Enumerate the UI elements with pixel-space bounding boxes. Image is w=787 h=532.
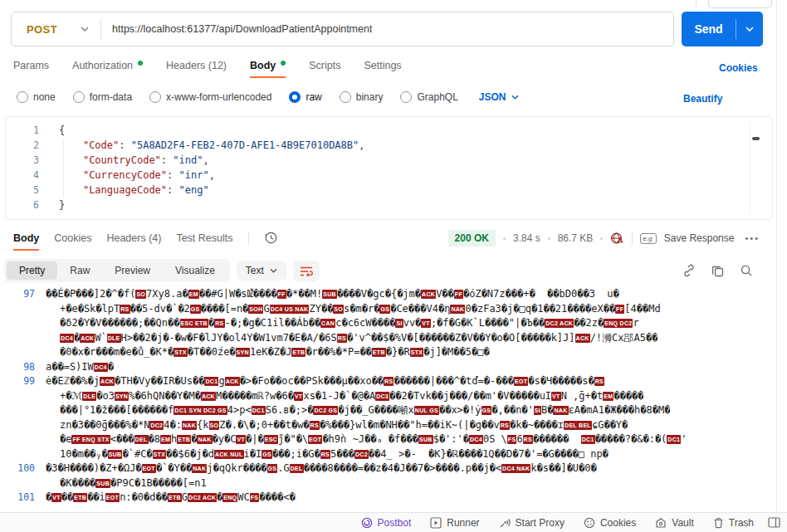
- radio-icon[interactable]: [289, 91, 301, 103]
- control-char-chip: VT: [51, 493, 61, 502]
- body-mode-none[interactable]: none: [17, 91, 56, 103]
- control-char-chip: RS: [523, 435, 533, 444]
- control-char-chip: EM: [160, 435, 171, 444]
- control-char-chip: EOT: [105, 493, 120, 502]
- line-number: [0, 345, 35, 360]
- radio-icon[interactable]: [17, 91, 28, 103]
- network-warning-icon[interactable]: [610, 232, 624, 245]
- response-view-segmented-control: PrettyRawPreviewVisualize: [4, 259, 230, 282]
- control-char-chip: NUL GS: [414, 406, 439, 415]
- response-tab-body[interactable]: Body: [13, 232, 39, 244]
- line-number: 2: [6, 138, 39, 153]
- control-char-chip: FF: [615, 305, 624, 314]
- history-icon[interactable]: [264, 231, 278, 245]
- panel-layout-icon[interactable]: [768, 517, 780, 528]
- code-text: {: [39, 123, 65, 138]
- footer-runner-button[interactable]: Runner: [430, 517, 479, 529]
- footer-vault-button[interactable]: Vault: [655, 517, 693, 529]
- link-icon[interactable]: [682, 264, 696, 277]
- chevron-down-icon[interactable]: [81, 27, 89, 32]
- response-format-select[interactable]: Text: [237, 261, 286, 281]
- line-number: [0, 331, 35, 346]
- radio-icon[interactable]: [73, 91, 85, 103]
- body-mode-graphql[interactable]: GraphQL: [400, 91, 457, 103]
- send-options-chevron-icon[interactable]: [736, 12, 763, 46]
- code-line: 6}: [6, 198, 772, 212]
- beautify-button[interactable]: Beautify: [683, 93, 722, 105]
- radio-icon[interactable]: [400, 91, 412, 103]
- control-char-chip: DC1: [204, 377, 218, 386]
- request-tab-scripts[interactable]: Scripts: [309, 60, 340, 71]
- footer-item-label: Start Proxy: [516, 517, 565, 529]
- control-char-chip: NAK: [192, 464, 207, 473]
- send-button[interactable]: Send: [682, 12, 763, 46]
- control-char-chip: SUB: [322, 290, 337, 299]
- body-mode-raw[interactable]: raw: [289, 91, 321, 103]
- response-line-text: zn�3��0ḡ���%�*NDC24�:NAK{kSOZ�.�\�;0+��t…: [35, 418, 628, 433]
- line-number: 5: [6, 183, 39, 198]
- view-tab-pretty[interactable]: Pretty: [7, 261, 57, 280]
- footer-start-proxy-button[interactable]: Start Proxy: [499, 517, 565, 529]
- response-tab-headers-4[interactable]: Headers (4): [106, 232, 161, 244]
- footer-trash-button[interactable]: Trash: [713, 517, 754, 529]
- control-char-chip: SUB: [95, 479, 110, 488]
- more-options-icon[interactable]: •••: [745, 233, 760, 243]
- response-line-text: �VT��ETB��iEOTn:�0�d��ETBGDC2 ACK�ENQWCF…: [35, 491, 296, 505]
- wrap-lines-button[interactable]: [293, 261, 320, 281]
- save-example-icon: e.g.: [640, 233, 656, 244]
- editor-scrollbar-thumb[interactable]: [752, 137, 760, 140]
- footer-cookies-button[interactable]: Cookies: [584, 517, 636, 529]
- request-tab-headers-12[interactable]: Headers (12): [166, 60, 227, 71]
- response-format-label: Text: [246, 265, 264, 276]
- view-tab-raw[interactable]: Raw: [57, 261, 102, 280]
- control-char-chip: DC4 NAK: [501, 464, 530, 473]
- control-char-chip: DC4: [469, 435, 483, 444]
- control-char-chip: FF: [277, 290, 286, 299]
- request-tab-settings[interactable]: Settings: [364, 60, 401, 71]
- view-tab-preview[interactable]: Preview: [102, 261, 163, 280]
- response-tab-test-results[interactable]: Test Results: [176, 232, 232, 244]
- request-tab-authorization[interactable]: Authorization: [72, 60, 143, 71]
- wrap-lines-icon: [300, 266, 313, 276]
- footer-item-label: Vault: [672, 517, 693, 529]
- response-tabs: BodyCookiesHeaders (4)Test Results: [13, 231, 278, 245]
- save-response-button[interactable]: Save Response: [664, 232, 735, 244]
- mode-label: binary: [356, 91, 384, 103]
- separator-dot: [548, 237, 550, 240]
- control-char-chip: NAK: [182, 421, 197, 430]
- request-body-editor[interactable]: 1{2 "Code": "5A8AD2F4-FEB2-407D-AFE1-4B9…: [5, 116, 773, 220]
- editor-scrollbar[interactable]: [750, 121, 761, 215]
- radio-icon[interactable]: [340, 91, 351, 103]
- line-number: 6: [6, 198, 39, 212]
- cookies-link[interactable]: Cookies: [719, 62, 758, 74]
- send-button-label[interactable]: Send: [682, 12, 736, 46]
- code-line: 3 "CountryCode": "ind",: [6, 153, 772, 168]
- line-number: [0, 476, 35, 491]
- response-body[interactable]: 97��É�P���]2�^�f(SO7Xy8.a�EM��#G|W�sǄ���…: [0, 287, 775, 512]
- unsaved-dot-icon: [138, 61, 143, 66]
- request-tab-body[interactable]: Body: [250, 60, 286, 71]
- control-char-chip: EM: [188, 290, 199, 299]
- url-input[interactable]: https://localhost:61377/api/DownloadPati…: [101, 23, 372, 35]
- method-selector[interactable]: POST: [12, 23, 57, 36]
- control-char-chip: ACK: [80, 334, 95, 343]
- control-char-chip: DLE: [82, 392, 96, 401]
- code-text: "LanguageCode": "eng": [39, 183, 209, 198]
- radio-icon[interactable]: [149, 91, 161, 103]
- request-tab-params[interactable]: Params: [13, 60, 49, 71]
- control-char-chip: DEL BEL: [564, 421, 592, 430]
- control-char-chip: ETB: [372, 348, 386, 357]
- body-mode-binary[interactable]: binary: [340, 91, 384, 103]
- code-line: 2 "Code": "5A8AD2F4-FEB2-407D-AFE1-4B9E7…: [6, 138, 772, 153]
- view-tab-visualize[interactable]: Visualize: [163, 261, 227, 280]
- control-char-chip: ESC: [264, 435, 278, 444]
- line-number: 4: [6, 168, 39, 183]
- body-language-select[interactable]: JSON: [479, 91, 519, 103]
- copy-icon[interactable]: [711, 265, 724, 277]
- control-char-chip: EOT: [514, 377, 528, 386]
- search-icon[interactable]: [740, 264, 753, 277]
- response-tab-cookies[interactable]: Cookies: [54, 232, 91, 244]
- body-mode-form-data[interactable]: form-data: [73, 91, 132, 103]
- body-mode-x-www-form-urlencoded[interactable]: x-www-form-urlencoded: [149, 91, 271, 103]
- footer-postbot-button[interactable]: Postbot: [361, 517, 412, 529]
